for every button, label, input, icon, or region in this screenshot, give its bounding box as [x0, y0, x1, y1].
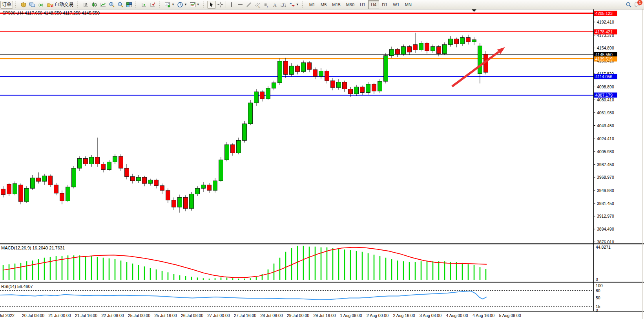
candle-body [60, 193, 64, 201]
candlestick-icon [91, 2, 98, 8]
timeframe-button-m1[interactable]: M1 [306, 0, 318, 9]
candle-body [225, 145, 229, 160]
cursor-tool-button[interactable] [207, 1, 216, 9]
text-tool-button[interactable]: A [270, 1, 279, 9]
candle-body [384, 56, 388, 81]
autotrading-button[interactable]: 自动交易 [45, 1, 75, 9]
candle-body [454, 39, 459, 44]
candle-body [137, 177, 141, 181]
candle-body [72, 168, 76, 187]
candle-body [425, 43, 429, 51]
price-tick-label: 4192.410 [597, 20, 614, 24]
candle-body [1, 189, 5, 194]
candle-body [125, 168, 129, 176]
time-axis-label: 2 Aug 16:00 [393, 313, 415, 318]
search-button[interactable] [624, 1, 633, 9]
candle-body [248, 103, 253, 124]
price-tick-label: 4154.890 [597, 46, 614, 50]
equidistant-channel-tool-button[interactable]: E [253, 1, 262, 9]
time-axis-label: 4 Aug 16:00 [473, 313, 494, 318]
horizontal-line-tool-button[interactable] [236, 1, 244, 9]
time-axis-label: 28 Jul 08:00 [260, 313, 283, 318]
candle-body [419, 43, 423, 50]
candle-body [95, 157, 100, 164]
candle-body [372, 84, 376, 91]
cursor-icon [208, 2, 215, 8]
trading-terminal-window: 订单 自动交易 [0, 0, 644, 319]
candlestick-chart-button[interactable] [90, 1, 99, 9]
candle-body [54, 185, 58, 193]
zoom-out-icon [117, 2, 124, 8]
price-level-badge: 4139.519 [594, 56, 617, 61]
auto-scroll-button[interactable] [140, 1, 148, 9]
notifications-button[interactable]: 1 [633, 1, 642, 9]
chart-shift-marker[interactable] [472, 9, 476, 12]
candle-body [449, 39, 453, 44]
timeframe-button-d1[interactable]: D1 [379, 0, 390, 9]
arrows-tool-button[interactable]: ▼ [288, 1, 300, 9]
main-toolbar: 订单 自动交易 [0, 0, 644, 9]
new-chart-button[interactable]: ▼ [163, 1, 176, 9]
horizontal-line-icon [237, 2, 243, 8]
candle-body [113, 156, 117, 162]
rsi-line [0, 291, 487, 300]
toolbar-right-group: 1 [624, 0, 642, 9]
text-label-tool-button[interactable]: T [279, 1, 288, 9]
timeframe-button-h4[interactable]: H4 [368, 0, 379, 9]
trend-arrow-line[interactable] [452, 52, 499, 86]
fibonacci-tool-button[interactable]: F [262, 1, 270, 9]
candle-body [431, 47, 435, 51]
publish-button[interactable] [28, 1, 36, 9]
svg-text:E: E [258, 5, 260, 7]
candle-body [107, 162, 111, 169]
candle-body [407, 47, 412, 52]
candle-body [396, 50, 400, 54]
bar-chart-button[interactable] [82, 1, 90, 9]
profiles-button[interactable]: ▼ [176, 1, 188, 9]
vertical-line-tool-button[interactable] [227, 1, 236, 9]
line-chart-button[interactable] [99, 1, 108, 9]
time-axis-label: Jul 2022 [0, 313, 15, 318]
timeframe-button-m30[interactable]: M30 [343, 0, 357, 9]
toolbar-separator [226, 1, 226, 8]
time-axis-label: 27 Jul 00:00 [207, 313, 230, 318]
new-order-button[interactable]: 订单 [0, 1, 13, 9]
svg-text:A: A [273, 2, 277, 7]
candle-body [42, 176, 47, 182]
candle-body [66, 187, 70, 201]
trendline-tool-button[interactable] [244, 1, 253, 9]
chevron-down-icon: ▼ [197, 3, 200, 6]
candle-body [7, 184, 11, 194]
charts-folder-button[interactable] [19, 1, 28, 9]
chart-shift-icon [150, 2, 156, 8]
zoom-in-button[interactable] [108, 1, 116, 9]
candle-body [219, 160, 223, 181]
timeframe-button-mn[interactable]: MN [402, 0, 414, 9]
autotrading-label: 自动交易 [55, 1, 73, 8]
price-level-badge: 4205.123 [594, 11, 617, 16]
time-axis-label: 21 Jul 16:00 [75, 313, 97, 318]
indicators-button[interactable]: ▼ [188, 1, 201, 9]
candle-body [231, 145, 235, 153]
timeframe-button-m5[interactable]: M5 [318, 0, 329, 9]
candle-body [207, 185, 212, 191]
signals-button[interactable] [36, 1, 45, 9]
candle-body [36, 178, 41, 182]
zoom-out-button[interactable] [116, 1, 125, 9]
price-tick-label: 3968.970 [597, 175, 614, 180]
candle-body [89, 157, 94, 164]
tile-windows-button[interactable] [125, 1, 133, 9]
new-order-label: 订单 [2, 1, 12, 8]
candle-body [460, 38, 465, 44]
price-tick-label: 3949.930 [597, 188, 614, 193]
timeframe-button-h1[interactable]: H1 [357, 0, 368, 9]
chart-canvas[interactable] [0, 0, 644, 319]
timeframe-button-m15[interactable]: M15 [329, 0, 343, 9]
candle-body [266, 88, 270, 99]
candle-body [478, 46, 482, 74]
crosshair-tool-button[interactable] [216, 1, 224, 9]
price-level-badge: 4114.056 [594, 74, 617, 79]
candle-body [31, 178, 35, 189]
chart-shift-button[interactable] [148, 1, 157, 9]
timeframe-button-w1[interactable]: W1 [390, 0, 402, 9]
